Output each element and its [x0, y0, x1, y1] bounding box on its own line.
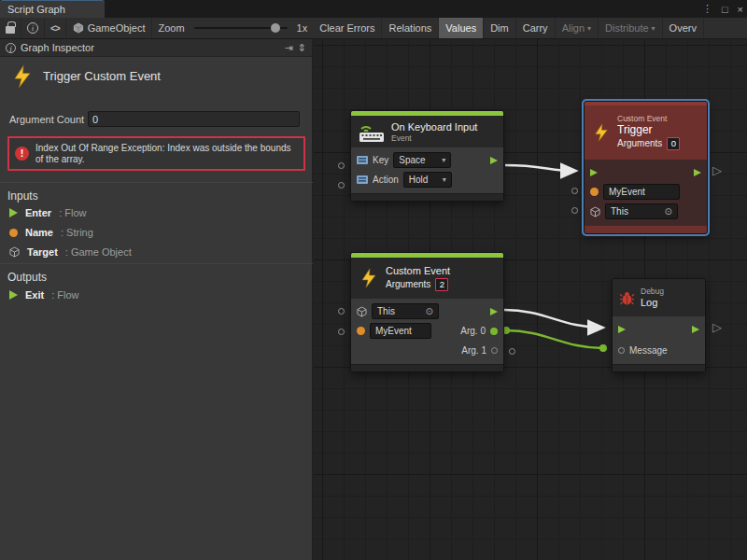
- port-type: : Game Object: [65, 246, 132, 258]
- arg0-output-port[interactable]: [490, 328, 498, 335]
- window-menu-icon[interactable]: ⋮: [702, 3, 712, 15]
- node-header[interactable]: Custom Event Trigger Arguments 0: [585, 105, 707, 160]
- gameobject-selector[interactable]: GameObject: [66, 18, 153, 38]
- node-body: MyEvent This ⊙: [585, 160, 707, 225]
- clear-errors-button[interactable]: Clear Errors: [313, 18, 382, 38]
- flow-output-port[interactable]: [490, 308, 498, 315]
- error-message-box: ! Index Out Of Range Exception: Index wa…: [7, 136, 305, 171]
- node-title: Custom Event: [386, 264, 450, 277]
- distribute-label: Distribute: [605, 22, 648, 34]
- gameobject-cube-icon: [73, 22, 84, 34]
- flow-input-port[interactable]: [618, 326, 626, 333]
- carry-button[interactable]: Carry: [516, 18, 556, 38]
- input-row-target: Target : Game Object: [9, 246, 132, 258]
- overview-button[interactable]: Overv: [663, 18, 704, 38]
- object-picker-icon[interactable]: ⊙: [665, 205, 672, 217]
- code-view-button[interactable]: <>: [45, 18, 66, 38]
- argument-count-label: Argument Count: [9, 114, 84, 125]
- target-value: This: [611, 205, 628, 217]
- divider: [0, 263, 313, 264]
- flow-port-icon: [9, 208, 18, 217]
- target-dropdown[interactable]: This ⊙: [605, 203, 678, 219]
- graph-canvas[interactable]: On Keyboard Input Event Key Space ▾ Acti…: [314, 39, 747, 560]
- event-name-input-port[interactable]: [571, 188, 578, 194]
- wire-arguments-to-log[interactable]: [504, 310, 602, 328]
- key-field-icon: [357, 156, 368, 164]
- error-icon: !: [15, 147, 29, 161]
- event-name-value: MyEvent: [375, 325, 412, 337]
- flow-port-icon: [9, 290, 18, 300]
- zoom-value: 1x: [291, 22, 314, 34]
- node-header[interactable]: On Keyboard Input Event: [351, 116, 503, 147]
- tab-script-graph[interactable]: Script Graph: [0, 0, 105, 18]
- divider: [0, 182, 313, 183]
- target-input-port[interactable]: [338, 308, 345, 315]
- wire-keyboard-to-trigger[interactable]: [505, 165, 575, 171]
- flow-output-port[interactable]: [490, 157, 498, 164]
- resize-icon[interactable]: ⇕: [298, 42, 306, 54]
- port-type: : Flow: [59, 207, 86, 218]
- node-trigger-custom-event[interactable]: Custom Event Trigger Arguments 0 MyEvent: [584, 101, 708, 234]
- node-header[interactable]: Debug Log: [613, 279, 705, 316]
- values-button[interactable]: Values: [439, 18, 484, 38]
- align-button[interactable]: Align▾: [556, 18, 599, 38]
- graph-toolbar: i <> GameObject Zoom 1x Clear Errors Rel…: [0, 18, 747, 39]
- node-kicker: Custom Event: [617, 114, 680, 123]
- wire-arg0-to-message[interactable]: [506, 330, 602, 348]
- node-header[interactable]: Custom Event Arguments 2: [351, 258, 503, 299]
- port-name: Enter: [25, 207, 51, 218]
- distribute-button[interactable]: Distribute▾: [599, 18, 662, 38]
- string-port-icon: [357, 327, 365, 335]
- lightning-icon: [358, 267, 380, 289]
- node-body: This ⊙ MyEvent Arg. 0 Arg. 1: [351, 299, 503, 364]
- maximize-icon[interactable]: □: [722, 4, 728, 15]
- node-on-keyboard-input[interactable]: On Keyboard Input Event Key Space ▾ Acti…: [350, 110, 504, 202]
- flow-input-port[interactable]: [590, 169, 598, 176]
- zoom-slider-handle[interactable]: [271, 23, 280, 33]
- action-row: Action Hold ▾: [351, 170, 503, 189]
- lock-button[interactable]: [0, 18, 21, 38]
- flow-output-port[interactable]: [692, 326, 699, 333]
- close-icon[interactable]: ×: [738, 4, 743, 15]
- target-value: This: [377, 305, 395, 317]
- node-kicker: Debug: [641, 287, 664, 296]
- message-label: Message: [629, 345, 668, 356]
- lightning-icon: [591, 122, 612, 143]
- zoom-slider[interactable]: [194, 27, 288, 29]
- event-name-field[interactable]: MyEvent: [603, 184, 680, 200]
- argument-count-input[interactable]: [88, 111, 300, 127]
- node-footer: [351, 193, 503, 201]
- key-dropdown[interactable]: Space ▾: [393, 152, 451, 168]
- chevron-down-icon: ▾: [652, 24, 655, 33]
- relations-button[interactable]: Relations: [382, 18, 439, 38]
- arg1-output-port[interactable]: [491, 347, 498, 354]
- event-name-input-port[interactable]: [338, 329, 345, 335]
- event-name-row: MyEvent: [585, 182, 707, 202]
- dock-icon[interactable]: ⇥: [285, 42, 293, 54]
- wire-end-dot: [599, 344, 607, 352]
- arguments-label: Arguments: [386, 277, 430, 292]
- port-name: Name: [25, 227, 53, 238]
- node-footer: [351, 364, 503, 371]
- target-row: This ⊙: [585, 202, 707, 221]
- window-controls: ⋮ □ ×: [702, 0, 743, 18]
- port-type: : Flow: [51, 289, 78, 301]
- target-input-port[interactable]: [571, 207, 578, 214]
- target-dropdown[interactable]: This ⊙: [372, 303, 439, 319]
- event-name-field[interactable]: MyEvent: [370, 323, 431, 339]
- arg1-external-port[interactable]: [509, 348, 515, 355]
- carry-indicator: ▷: [712, 164, 722, 176]
- node-custom-event[interactable]: Custom Event Arguments 2 This ⊙ MyEvent: [350, 252, 504, 372]
- message-input-port[interactable]: [618, 347, 625, 354]
- lock-icon: [6, 26, 15, 34]
- action-dropdown[interactable]: Hold ▾: [403, 172, 452, 188]
- target-row: This ⊙: [351, 301, 503, 321]
- key-input-port[interactable]: [338, 162, 345, 169]
- object-picker-icon[interactable]: ⊙: [426, 305, 433, 317]
- action-input-port[interactable]: [338, 182, 345, 189]
- inspect-toggle-button[interactable]: i: [21, 18, 45, 38]
- flow-output-port[interactable]: [694, 169, 701, 176]
- node-debug-log[interactable]: Debug Log Message: [612, 278, 706, 372]
- input-row-name: Name : String: [9, 227, 93, 238]
- dim-button[interactable]: Dim: [484, 18, 516, 38]
